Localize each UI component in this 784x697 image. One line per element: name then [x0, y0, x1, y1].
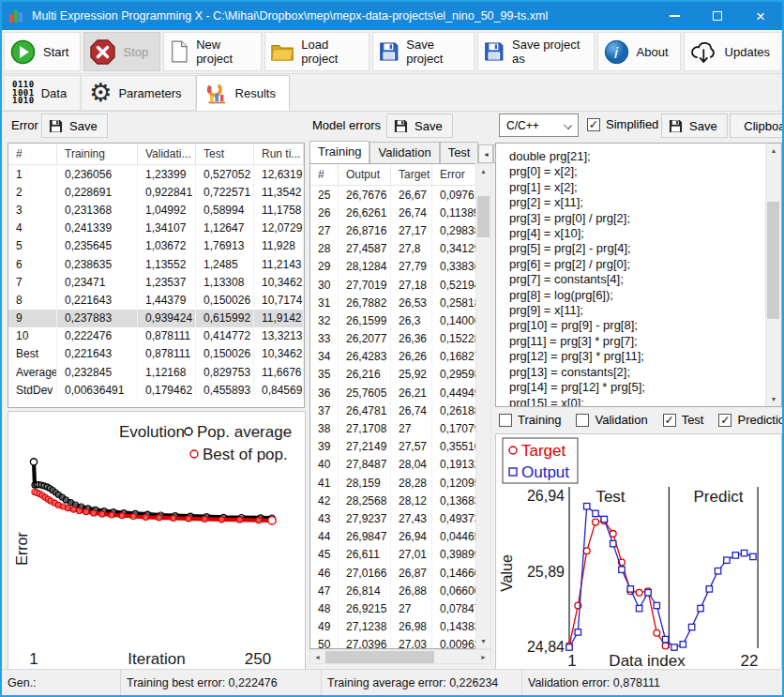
table-row[interactable]: 100,2224760,8781110,41477213,3213 [8, 327, 304, 345]
maximize-button[interactable] [696, 2, 739, 30]
tab-parameters[interactable]: ⚙ Parameters [81, 75, 195, 111]
table-row[interactable]: 3625,760526,210,449498 [310, 384, 476, 402]
table-row[interactable]: 50,2356451,036721,7691311,928 [8, 237, 304, 255]
cell: 27,9237 [339, 509, 391, 527]
table-row[interactable]: 4526,61127,010,398998 [310, 546, 476, 564]
cell: 41 [310, 474, 339, 492]
table-row[interactable]: 80,2216431,443790,15002610,7174 [8, 291, 304, 309]
clipboard-button[interactable]: Clipboard [730, 114, 784, 138]
table-row[interactable]: 4228,256828,120,136832 [310, 492, 476, 509]
model-errors-tab-validation[interactable]: Validation [369, 142, 439, 163]
model-errors-tab-test[interactable]: Test [440, 142, 479, 163]
evolution-chart: EvolutionPop. averageBest of pop.Error1I… [8, 411, 306, 671]
error-summary-table[interactable]: #TrainingValidati...TestRun ti...10,2360… [8, 143, 305, 408]
table-row[interactable]: 2526,767626,670,097612 [310, 186, 476, 204]
new-project-button[interactable]: New project [163, 32, 262, 71]
scrollbar-thumb[interactable] [767, 202, 779, 319]
table-row[interactable]: 4726,81426,880,066008 [310, 582, 476, 599]
close-button[interactable]: × [739, 2, 782, 30]
start-button[interactable]: Start [4, 32, 81, 71]
cell: 0,170794 [432, 419, 476, 437]
table-row[interactable]: 10,2360561,233990,52705212,6319 [8, 165, 304, 183]
cell: 27,4587 [339, 240, 391, 258]
language-select[interactable]: C/C++ [499, 114, 579, 137]
table-row[interactable]: 4627,016626,870,146609 [310, 564, 476, 582]
table-row[interactable]: 4826,9215270,078470 [310, 599, 476, 617]
table-row[interactable]: 40,2413391,341071,1264712,0729 [8, 220, 304, 237]
table-row[interactable]: Average0,2328451,121680,82975311,6676 [8, 363, 304, 381]
table-row[interactable]: 90,2378830,9394240,61599211,9142 [8, 310, 304, 327]
load-project-button[interactable]: Load project [264, 32, 369, 71]
table-row[interactable]: 3827,1708270,170794 [310, 419, 476, 437]
table-row[interactable]: 3726,478126,740,261882 [310, 402, 476, 419]
scrollbar-thumb[interactable] [325, 651, 434, 663]
column-header: # [310, 164, 339, 185]
table-row[interactable]: 4327,923727,430,493738 [310, 509, 476, 527]
table-row[interactable]: 3426,428326,260,168276 [310, 348, 476, 366]
updates-button[interactable]: Updates [684, 32, 782, 71]
table-row[interactable]: 30,2313681,049920,5899411,1758 [8, 201, 304, 219]
minimize-button[interactable] [653, 2, 696, 30]
model-errors-tab-training[interactable]: Training [309, 141, 369, 163]
table-row[interactable]: Best0,2216430,8781110,15002610,3462 [8, 345, 304, 363]
table-row[interactable]: StdDev0,006364910,1794620,4558930,845697 [8, 381, 304, 399]
results-content: Error Save Model errors Save C/C++ ✓ Sim… [2, 112, 782, 673]
code-save-button[interactable]: Save [661, 114, 728, 138]
table-row[interactable]: 5027,039627,030,009634 [310, 636, 476, 649]
scroll-up-icon[interactable]: ▲ [476, 164, 490, 178]
scroll-down-icon[interactable]: ▼ [476, 634, 490, 648]
table-row[interactable]: 4927,123826,980,143835 [310, 618, 476, 636]
cell: 27,7019 [339, 276, 391, 294]
table-row[interactable]: 2726,871627,170,298384 [310, 221, 476, 239]
table-row[interactable]: 3526,21625,920,295984 [310, 366, 476, 384]
scroll-down-icon[interactable]: ▼ [766, 392, 781, 406]
cell: 40 [310, 456, 339, 474]
tab-scroll-left-button[interactable]: ◄ [478, 144, 493, 163]
checkbox-label: Training [518, 413, 561, 427]
table-row[interactable]: 3027,701927,180,521945 [310, 276, 476, 294]
table-row[interactable]: 60,2386351,135521,248511,2143 [8, 255, 304, 273]
code-vscrollbar[interactable]: ▲ ▼ [765, 144, 781, 406]
scrollbar-thumb[interactable] [477, 196, 490, 237]
cell: Best [8, 345, 57, 363]
checkbox-label: Predictions [737, 413, 784, 427]
about-button[interactable]: i About [597, 32, 681, 71]
save-project-button[interactable]: Save project [372, 32, 475, 71]
model-errors-table[interactable]: #OutputTargetError2526,767626,670,097612… [309, 163, 476, 649]
plot-checkbox-training[interactable]: Training [499, 413, 561, 427]
error-save-button[interactable]: Save [41, 114, 108, 138]
scroll-up-icon[interactable]: ▲ [766, 144, 781, 158]
maximize-icon [713, 11, 722, 21]
plot-checkbox-test[interactable]: ✓Test [663, 413, 704, 427]
plot-checkbox-predictions[interactable]: ✓Predictions [718, 413, 784, 427]
simplified-checkbox[interactable]: ✓ Simplified [587, 117, 658, 131]
tab-data[interactable]: 011010011010 Data [4, 75, 81, 111]
cell: 0,044650 [432, 528, 476, 546]
scroll-right-icon[interactable]: ► [476, 650, 490, 664]
model-errors-vscrollbar[interactable]: ▲ ▼ [475, 163, 491, 649]
table-row[interactable]: 3927,214927,570,355103 [310, 438, 476, 456]
model-errors-hscrollbar[interactable]: ◄ ► [309, 649, 491, 664]
stop-button[interactable]: Stop [83, 32, 160, 71]
table-row[interactable]: 3226,159926,30,140062 [310, 311, 476, 329]
model-errors-save-button[interactable]: Save [386, 114, 453, 138]
cloud-download-icon [690, 39, 717, 65]
table-row[interactable]: 70,234711,235371,1330810,3462 [8, 273, 304, 291]
table-row[interactable]: 2928,128427,790,338365 [310, 258, 476, 276]
scroll-left-icon[interactable]: ◄ [310, 650, 324, 664]
column-header: Validati... [138, 144, 196, 164]
table-row[interactable]: 4426,984726,940,044650 [310, 528, 476, 546]
code-panel[interactable]: double prg[21]; prg[0] = x[2]; prg[1] = … [495, 143, 782, 407]
table-row[interactable]: 3326,207726,360,152287 [310, 330, 476, 348]
table-row[interactable]: 2827,458727,80,341298 [310, 240, 476, 258]
table-row[interactable]: 2626,626126,740,113891 [310, 204, 476, 221]
table-row[interactable]: 4027,848728,040,191323 [310, 456, 476, 474]
cell: 27,18 [391, 276, 432, 294]
save-project-as-button[interactable]: Save project as [477, 32, 594, 71]
table-row[interactable]: 4128,15928,280,120951 [310, 474, 476, 492]
table-row[interactable]: 3126,788226,530,258182 [310, 294, 476, 311]
cell: 35 [310, 366, 339, 384]
tab-results[interactable]: Results [196, 75, 290, 111]
table-row[interactable]: 20,2286910,9228410,72257111,3542 [8, 183, 304, 201]
plot-checkbox-validation[interactable]: Validation [576, 413, 647, 427]
